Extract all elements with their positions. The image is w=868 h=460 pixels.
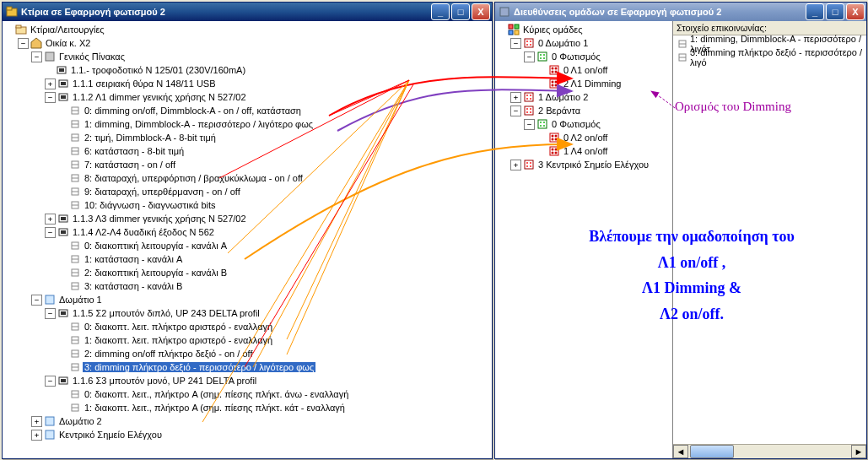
tree-item[interactable]: Δωμάτιο 2: [57, 416, 104, 426]
tree-item[interactable]: 7: κατάσταση - on / off: [83, 160, 177, 170]
tree-item[interactable]: 1.1.- τροφοδοτικό N 125/01 (230V/160mA): [69, 65, 247, 75]
tree-item[interactable]: 1.1.5 Σ2 μπουτόν διπλό, UP 243 DELTA pro…: [71, 308, 261, 318]
tree-item[interactable]: 1: dimming, Dimmblock-A - περισσότερο / …: [83, 119, 315, 129]
toggle[interactable]: −: [45, 308, 56, 319]
tree-item[interactable]: 0 Λ2 on/off: [562, 133, 609, 143]
svg-rect-5: [46, 52, 54, 61]
tree-item[interactable]: Δωμάτιο 1: [57, 295, 104, 305]
toggle[interactable]: +: [31, 416, 42, 427]
address-icon: [548, 78, 560, 89]
tree-item[interactable]: 10: διάγνωση - διαγνωστικά bits: [83, 200, 218, 210]
main-group-icon: [523, 105, 535, 116]
scroll-left-icon[interactable]: ◄: [673, 445, 688, 458]
toggle[interactable]: −: [510, 106, 521, 116]
tree-panel[interactable]: Κτίρια/Λειτουργίες −Οικία κ. Χ2 −Γενικός…: [3, 21, 492, 458]
svg-rect-99: [550, 133, 558, 142]
minimize-button[interactable]: _: [431, 3, 450, 20]
toggle[interactable]: +: [45, 78, 56, 89]
mid-group-icon: [536, 118, 548, 130]
tree-item-selected[interactable]: 3: dimming πλήκτρο δεξιό - περισσότερο /…: [83, 362, 315, 372]
close-button[interactable]: X: [472, 3, 490, 20]
scroll-right-icon[interactable]: ►: [851, 445, 866, 458]
titlebar-right[interactable]: Διευθύνσεις ομάδων σε Εφαρμογή φωτισμού …: [495, 3, 866, 21]
svg-rect-62: [509, 30, 513, 35]
tree-item[interactable]: 1: διακοπτ. λειτ., πλήκτρο A (σημ. πίεση…: [83, 403, 347, 413]
svg-rect-71: [543, 54, 545, 56]
tree-item[interactable]: 2: dimming on/off πλήκτρο δεξιό - on / o…: [83, 349, 254, 359]
tree-item[interactable]: 1 Δωμάτιο 2: [536, 92, 590, 102]
tree-item[interactable]: 1: διακοπτ. λειτ. πλήκτρο αριστερό - ενα…: [83, 335, 274, 345]
svg-rect-113: [530, 165, 531, 167]
toggle[interactable]: −: [524, 119, 535, 130]
maximize-button[interactable]: □: [826, 3, 844, 20]
toggle[interactable]: +: [45, 214, 56, 225]
title-text: Κτίρια σε Εφαρμογή φωτισμού 2: [21, 7, 165, 17]
tree-item[interactable]: 0: dimming on/off, Dimmblock-A - on / of…: [83, 106, 303, 116]
tree-item[interactable]: 9: διαταραχή, υπερθέρμανση - on / off: [83, 187, 242, 197]
titlebar-left[interactable]: Κτίρια σε Εφαρμογή φωτισμού 2 _ □ X: [3, 3, 492, 21]
tree-item[interactable]: 2 Βεράντα: [536, 106, 582, 116]
tree-item[interactable]: Οικία κ. Χ2: [44, 38, 92, 48]
tree-item[interactable]: 8: διαταραχή, υπερφόρτιση / βραχυκύκλωμα…: [83, 173, 305, 183]
toggle[interactable]: −: [31, 51, 42, 62]
svg-rect-7: [59, 68, 64, 72]
tree-item[interactable]: 0 Φωτισμός: [550, 51, 602, 62]
tree-item[interactable]: 0 Λ1 on/off: [562, 65, 609, 75]
tree-item[interactable]: 3: κατάσταση - κανάλι B: [83, 281, 184, 291]
close-button[interactable]: X: [846, 3, 865, 20]
tree-item[interactable]: 1 Λ4 on/off: [562, 146, 609, 156]
tree-item[interactable]: 1.1.3 Λ3 dimmer γενικής χρήσης N 527/02: [71, 214, 248, 224]
maximize-button[interactable]: □: [451, 3, 470, 20]
list-item-label: 3: dimming πλήκτρο δεξιό - περισσότερο /…: [690, 47, 865, 68]
tree-item[interactable]: Κύριες ομάδες: [521, 24, 584, 35]
toggle[interactable]: −: [31, 295, 42, 306]
tree-item[interactable]: Γενικός Πίνακας: [57, 51, 127, 62]
tree-item[interactable]: 0: διακοπτ. λειτ. πλήκτρο αριστερό - ενα…: [83, 322, 274, 332]
tree-item[interactable]: 2: διακοπτική λειτουργία - κανάλι B: [83, 268, 229, 278]
svg-rect-111: [530, 162, 531, 164]
toggle[interactable]: +: [31, 430, 42, 441]
minimize-button[interactable]: _: [806, 3, 824, 20]
tree-item[interactable]: 3 Κεντρικό Σημείο Ελέγχου: [536, 160, 650, 170]
tree-item[interactable]: 0: διακοπτ. λειτ., πλήκτρο A (σημ. πίεση…: [83, 389, 350, 399]
svg-rect-52: [61, 379, 66, 382]
tree-item[interactable]: 1.1.1 σειριακή θύρα N 148/11 USB: [71, 78, 218, 89]
toggle[interactable]: −: [45, 227, 56, 238]
tree-item[interactable]: 1.1.2 Λ1 dimmer γενικής χρήσης N 527/02: [71, 92, 248, 102]
tree-root[interactable]: Κτίρια/Λειτουργίες: [29, 24, 106, 35]
tree-item[interactable]: 1: κατάσταση - κανάλι A: [83, 254, 184, 264]
tree-item[interactable]: 1.1.4 Λ2-Λ4 δυαδική έξοδος N 562: [71, 227, 216, 237]
device-icon: [57, 213, 69, 225]
toggle[interactable]: +: [510, 160, 521, 170]
room-icon: [44, 294, 56, 306]
tree-item[interactable]: 0: διακοπτική λειτουργία - κανάλι A: [83, 241, 229, 251]
svg-point-100: [552, 135, 554, 138]
list-item[interactable]: 3: dimming πλήκτρο δεξιό - περισσότερο /…: [675, 51, 865, 64]
toggle[interactable]: −: [45, 92, 56, 103]
tree-item[interactable]: 6: κατάσταση - 8-bit τιμή: [83, 146, 186, 156]
obj-icon: [69, 199, 81, 211]
obj-icon: [677, 38, 688, 50]
svg-point-101: [555, 135, 558, 138]
tree-item[interactable]: 2 Λ1 Dimming: [562, 78, 623, 89]
tree-item[interactable]: 2: τιμή, Dimmblock-A - 8-bit τιμή: [83, 133, 218, 143]
toggle[interactable]: −: [510, 38, 521, 49]
svg-rect-90: [526, 108, 528, 110]
svg-point-78: [555, 71, 558, 73]
tree-item[interactable]: 0 Φωτισμός: [550, 119, 602, 129]
toggle[interactable]: −: [524, 51, 535, 62]
toggle[interactable]: −: [18, 38, 29, 49]
toggle[interactable]: −: [45, 376, 56, 387]
tree-item[interactable]: 0 Δωμάτιο 1: [536, 38, 590, 48]
svg-rect-29: [61, 217, 66, 220]
horizontal-scrollbar[interactable]: ◄ ►: [673, 444, 866, 458]
scroll-thumb[interactable]: [690, 445, 734, 458]
svg-rect-60: [509, 24, 513, 29]
svg-point-82: [552, 84, 554, 87]
title-text: Διευθύνσεις ομάδων σε Εφαρμογή φωτισμού …: [514, 7, 721, 17]
tree-item[interactable]: Κεντρικό Σημείο Ελέγχου: [57, 430, 164, 440]
tree-item[interactable]: 1.1.6 Σ3 μπουτόν μονό, UP 241 DELTA prof…: [71, 376, 258, 386]
svg-point-108: [555, 152, 558, 154]
toggle[interactable]: +: [510, 92, 521, 103]
device-icon: [57, 78, 69, 89]
